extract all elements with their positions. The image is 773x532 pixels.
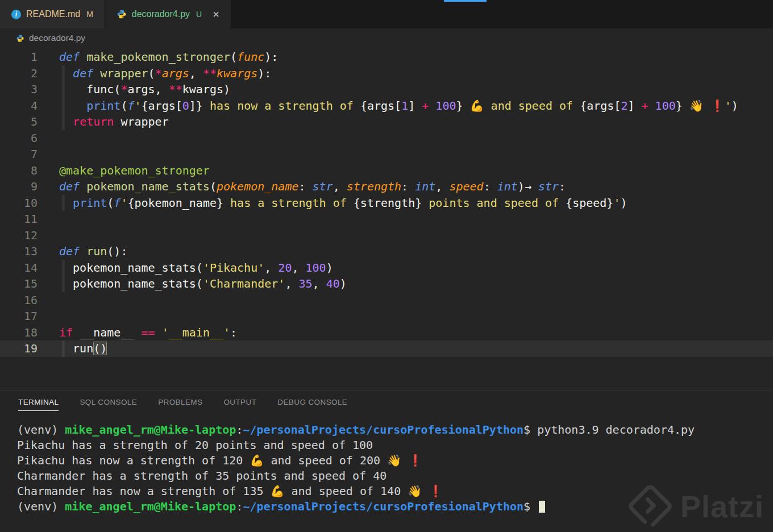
code-token: 2 (621, 99, 627, 113)
code-token: ** (203, 66, 217, 80)
code-line[interactable]: 4 print(f'{args[0]} has now a strength o… (0, 98, 773, 114)
code-token: } (456, 99, 463, 113)
code-line[interactable]: 18if __name__ == '__main__': (0, 325, 773, 341)
code-line[interactable]: 7 (0, 146, 773, 163)
code-token: } (676, 99, 683, 113)
line-number[interactable]: 2 (0, 65, 38, 82)
line-number[interactable]: 13 (0, 243, 38, 260)
code-token: : (484, 180, 497, 193)
code-token: ( (107, 196, 114, 210)
code-token (59, 115, 73, 128)
code-token: 1 (401, 99, 408, 113)
code-token: def (59, 180, 86, 193)
code-token: def (59, 244, 86, 258)
code-token: @make_pokemon_stronger (59, 164, 210, 177)
terminal-text: : (236, 423, 243, 437)
code-token: ' (120, 196, 127, 210)
line-number[interactable]: 9 (0, 178, 38, 195)
code-token: 40 (326, 277, 340, 290)
video-progress-artifact (444, 0, 487, 2)
code-token: pokemon_name_stats( (59, 277, 203, 290)
line-number[interactable]: 16 (0, 292, 38, 309)
code-token: : (298, 180, 312, 193)
code-token: pokemon_name_stats (86, 180, 210, 193)
code-line[interactable]: 6 (0, 130, 773, 147)
code-token: ) (732, 99, 738, 113)
line-number[interactable]: 4 (0, 98, 38, 114)
line-number[interactable]: 12 (0, 227, 38, 244)
editor[interactable]: 1def make_pokemon_stronger(func):2 def w… (0, 48, 773, 390)
code-token: ( (120, 99, 127, 113)
code-token (649, 99, 655, 113)
code-line[interactable]: 5 return wrapper (0, 114, 773, 130)
line-number[interactable]: 11 (0, 211, 38, 227)
code-token (59, 66, 73, 80)
code-line[interactable]: 3 func(*args, **kwargs) (0, 81, 773, 98)
indent-guide (62, 65, 65, 130)
line-number[interactable]: 19 (0, 340, 38, 357)
line-number[interactable]: 14 (0, 260, 38, 276)
code-token: 'Charmander' (203, 277, 285, 290)
code-line[interactable]: 1def make_pokemon_stronger(func): (0, 49, 773, 65)
terminal-output[interactable]: (venv) mike_angel_rm@Mike-laptop:~/perso… (0, 411, 773, 514)
code-line[interactable]: 8@make_pokemon_stronger (0, 163, 773, 179)
breadcrumb[interactable]: decorador4.py (0, 28, 773, 48)
bottom-panel: TERMINALSQL CONSOLEPROBLEMSOUTPUTDEBUG C… (0, 390, 773, 532)
code-token: 20 (278, 261, 292, 275)
code-token: , (313, 277, 326, 290)
code-token: == (142, 326, 155, 339)
panel-tab-problems[interactable]: PROBLEMS (158, 398, 202, 411)
git-status-badge: M (86, 10, 93, 19)
terminal-text: mike_angel_rm@Mike-laptop (65, 500, 236, 513)
code-text: @make_pokemon_stronger (59, 163, 210, 179)
code-token: ❗ (710, 99, 725, 113)
code-line[interactable]: 2 def wrapper(*args, **kwargs): (0, 65, 773, 82)
code-line[interactable]: 12 (0, 227, 773, 244)
close-icon[interactable]: × (213, 9, 219, 20)
panel-tab-debug-console[interactable]: DEBUG CONSOLE (277, 398, 347, 411)
line-number[interactable]: 7 (0, 146, 38, 163)
tab-decorador4[interactable]: decorador4.py U × (105, 0, 231, 28)
code-token: {pokemon_name} (127, 196, 223, 210)
code-token: has now a strength of (203, 99, 360, 113)
panel-tab-output[interactable]: OUTPUT (223, 398, 256, 411)
code-line[interactable]: 13def run(): (0, 243, 773, 260)
code-line[interactable]: 10 print(f'{pokemon_name} has a strength… (0, 195, 773, 211)
code-line[interactable]: 16 (0, 292, 773, 309)
line-number[interactable]: 1 (0, 49, 38, 65)
code-line[interactable]: 15 pokemon_name_stats('Charmander', 35, … (0, 276, 773, 292)
terminal-line: Pikachu has now a strength of 120 💪 and … (17, 453, 773, 468)
tab-bar: i README.md M decorador4.py U × (0, 0, 773, 28)
terminal-text: 💪 (271, 484, 285, 498)
code-line[interactable]: 14 pokemon_name_stats('Pikachu', 20, 100… (0, 260, 773, 276)
code-line[interactable]: 9def pokemon_name_stats(pokemon_name: st… (0, 178, 773, 195)
line-number[interactable]: 5 (0, 114, 38, 130)
tab-readme[interactable]: i README.md M (0, 0, 105, 28)
line-number[interactable]: 15 (0, 276, 38, 292)
terminal-text: 💪 (250, 454, 264, 467)
terminal-text (422, 484, 429, 498)
panel-tab-sql-console[interactable]: SQL CONSOLE (80, 398, 137, 411)
code-token: 35 (298, 277, 312, 290)
code-line[interactable]: 19 run() (0, 340, 773, 357)
terminal-text: ❗ (429, 484, 443, 498)
code-token: int (415, 180, 435, 193)
code-line[interactable]: 17 (0, 308, 773, 325)
line-number[interactable]: 8 (0, 163, 38, 179)
terminal-text: Charmander has now a strength of 135 (17, 484, 271, 498)
line-number[interactable]: 3 (0, 81, 38, 98)
code-token: ( (148, 66, 155, 80)
panel-tab-terminal[interactable]: TERMINAL (18, 398, 59, 411)
line-number[interactable]: 6 (0, 130, 38, 147)
terminal-text: (venv) (17, 423, 65, 437)
terminal-text (401, 454, 408, 467)
code-token: speed (449, 180, 483, 193)
line-number[interactable]: 17 (0, 308, 38, 325)
code-line[interactable]: 11 (0, 211, 773, 227)
code-token: , (285, 277, 298, 290)
code-token: ] (408, 99, 422, 113)
terminal-text: and speed of 200 (264, 454, 387, 467)
code-text: if __name__ == '__main__': (59, 325, 237, 341)
line-number[interactable]: 10 (0, 195, 38, 211)
line-number[interactable]: 18 (0, 325, 38, 341)
